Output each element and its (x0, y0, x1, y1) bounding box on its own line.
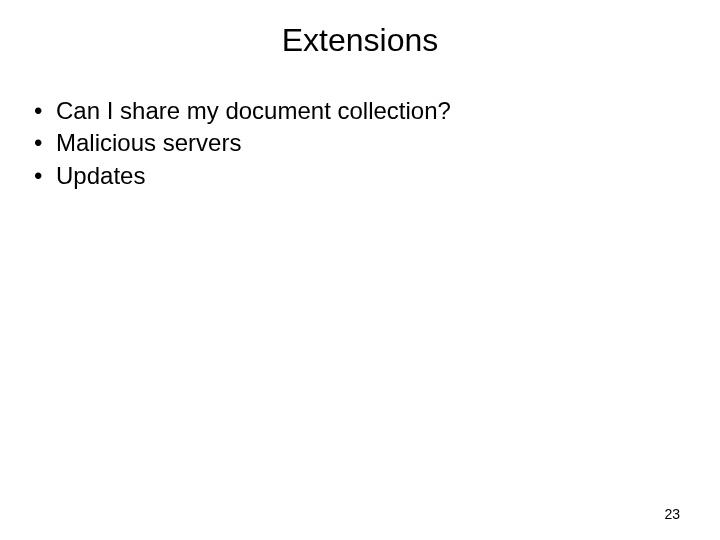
list-item: Can I share my document collection? (34, 95, 680, 127)
slide-container: Extensions Can I share my document colle… (0, 0, 720, 540)
page-number: 23 (664, 506, 680, 522)
list-item: Malicious servers (34, 127, 680, 159)
bullet-list: Can I share my document collection? Mali… (34, 95, 680, 192)
slide-title: Extensions (40, 22, 680, 59)
list-item: Updates (34, 160, 680, 192)
